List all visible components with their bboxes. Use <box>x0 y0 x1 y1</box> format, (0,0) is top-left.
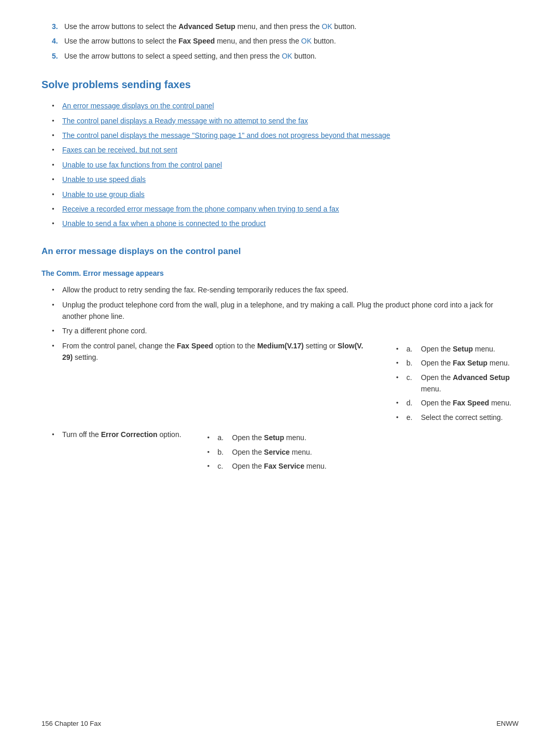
bullet-4-sublist: a. Open the Setup menu. b. Open the Fax … <box>386 343 519 426</box>
subsection-heading: An error message displays on the control… <box>41 244 519 258</box>
bullet-5-text: Turn off the Error Correction option. <box>62 429 181 474</box>
sub-item-4e: e. Select the correct setting. <box>386 412 519 423</box>
letter-5b: b. <box>218 446 227 458</box>
list-item: Unable to use speed dials <box>41 174 519 185</box>
bullet-1: Allow the product to retry sending the f… <box>41 284 519 296</box>
links-list: An error message displays on the control… <box>41 100 519 230</box>
list-item: The control panel displays the message "… <box>41 130 519 141</box>
sub-4b-text: Open the Fax Setup menu. <box>421 357 510 369</box>
step-5: 5. Use the arrow buttons to select a spe… <box>41 50 519 62</box>
bullet-4: From the control panel, change the Fax S… <box>41 340 519 426</box>
bullet-1-text: Allow the product to retry sending the f… <box>62 284 348 296</box>
link-3[interactable]: The control panel displays the message "… <box>62 130 390 141</box>
link-6[interactable]: Unable to use speed dials <box>62 174 146 185</box>
letter-5c: c. <box>218 460 227 472</box>
step-5-text: Use the arrow buttons to select a speed … <box>64 50 316 62</box>
sub-item-5c: c. Open the Fax Service menu. <box>197 460 327 472</box>
letter-4e: e. <box>407 412 416 423</box>
link-7[interactable]: Unable to use group dials <box>62 189 145 200</box>
bullet-5: Turn off the Error Correction option. a.… <box>41 429 519 474</box>
step-4: 4. Use the arrow buttons to select the F… <box>41 35 519 47</box>
step-5-num: 5. <box>52 50 60 62</box>
step-3-num: 3. <box>52 21 60 32</box>
bullet-2-text: Unplug the product telephone cord from t… <box>62 299 519 322</box>
sub-5a-text: Open the Setup menu. <box>232 432 306 443</box>
bullet-2: Unplug the product telephone cord from t… <box>41 299 519 322</box>
list-item: Unable to use group dials <box>41 189 519 200</box>
letter-4b: b. <box>407 357 416 369</box>
ok-link-5: OK <box>282 52 292 60</box>
step-4-num: 4. <box>52 35 60 47</box>
comm-error-heading: The Comm. Error message appears <box>41 268 519 279</box>
list-item: Receive a recorded error message from th… <box>41 203 519 215</box>
sub-item-4c: c. Open the Advanced Setup menu. <box>386 372 519 395</box>
ok-link-3: OK <box>322 22 332 31</box>
section-heading: Solve problems sending faxes <box>41 76 519 93</box>
bullet-3-text: Try a different phone cord. <box>62 325 147 336</box>
sub-5c-text: Open the Fax Service menu. <box>232 460 327 472</box>
list-item: Unable to use fax functions from the con… <box>41 159 519 171</box>
content-bullets: Allow the product to retry sending the f… <box>41 284 519 474</box>
sub-item-4b: b. Open the Fax Setup menu. <box>386 357 519 369</box>
sub-4c-text: Open the Advanced Setup menu. <box>421 372 519 395</box>
letter-4a: a. <box>407 343 416 355</box>
link-1[interactable]: An error message displays on the control… <box>62 100 214 111</box>
bullet-5-sublist: a. Open the Setup menu. b. Open the Serv… <box>197 432 327 474</box>
step-3-text: Use the arrow buttons to select the Adva… <box>64 21 356 32</box>
list-item: An error message displays on the control… <box>41 100 519 111</box>
sub-item-4a: a. Open the Setup menu. <box>386 343 519 355</box>
step-4-text: Use the arrow buttons to select the Fax … <box>64 35 336 47</box>
sub-item-4d: d. Open the Fax Speed menu. <box>386 397 519 409</box>
link-8[interactable]: Receive a recorded error message from th… <box>62 203 339 215</box>
sub-item-5a: a. Open the Setup menu. <box>197 432 327 443</box>
letter-5a: a. <box>218 432 227 443</box>
intro-steps: 3. Use the arrow buttons to select the A… <box>41 21 519 62</box>
sub-5b-text: Open the Service menu. <box>232 446 312 458</box>
link-5[interactable]: Unable to use fax functions from the con… <box>62 159 222 171</box>
link-9[interactable]: Unable to send a fax when a phone is con… <box>62 218 265 229</box>
step-3: 3. Use the arrow buttons to select the A… <box>41 21 519 32</box>
letter-4c: c. <box>407 372 416 395</box>
sub-item-5b: b. Open the Service menu. <box>197 446 327 458</box>
bullet-4-text: From the control panel, change the Fax S… <box>62 340 370 426</box>
list-item: Unable to send a fax when a phone is con… <box>41 218 519 229</box>
sub-4e-text: Select the correct setting. <box>421 412 503 423</box>
sub-4d-text: Open the Fax Speed menu. <box>421 397 511 409</box>
ok-link-4: OK <box>301 37 312 45</box>
list-item: The control panel displays a Ready messa… <box>41 115 519 126</box>
link-2[interactable]: The control panel displays a Ready messa… <box>62 115 308 126</box>
letter-4d: d. <box>407 397 416 409</box>
link-4[interactable]: Faxes can be received, but not sent <box>62 144 177 156</box>
sub-4a-text: Open the Setup menu. <box>421 343 495 355</box>
list-item: Faxes can be received, but not sent <box>41 144 519 156</box>
bullet-3: Try a different phone cord. <box>41 325 519 336</box>
